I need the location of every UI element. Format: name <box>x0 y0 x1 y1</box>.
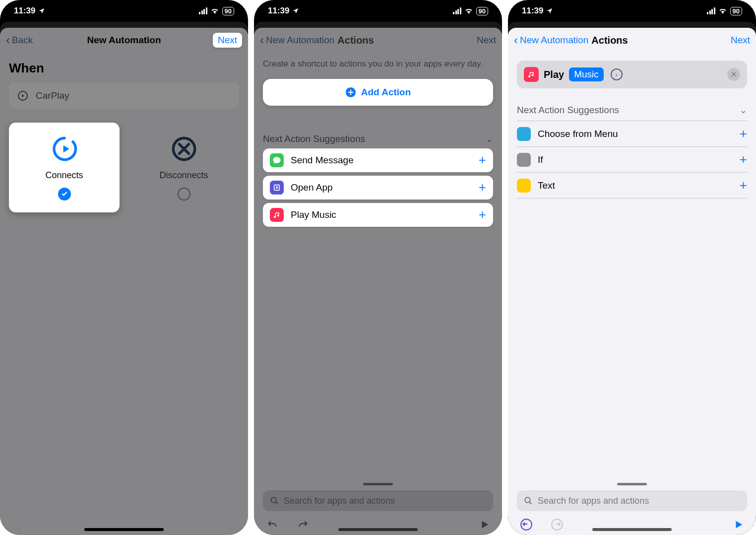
navbar: ‹ New Automation Actions Next <box>508 28 756 53</box>
redo-button[interactable] <box>551 518 564 531</box>
chevron-left-icon: ‹ <box>6 33 10 47</box>
chevron-left-icon: ‹ <box>260 33 264 47</box>
add-action-button[interactable]: Add Action <box>263 79 493 106</box>
undo-button[interactable] <box>266 518 279 531</box>
carplay-icon <box>17 90 29 102</box>
chevron-down-icon: ⌄ <box>486 134 493 144</box>
navbar: ‹ New Automation Actions Next <box>254 28 502 53</box>
back-button[interactable]: ‹ New Automation <box>514 33 588 47</box>
search-input[interactable]: Search for apps and actions <box>517 490 747 511</box>
status-time: 11:39 <box>522 6 543 16</box>
status-bar: 11:39 90 <box>0 0 248 22</box>
home-indicator <box>84 528 164 531</box>
suggestion-label: Play Music <box>291 209 336 220</box>
suggestions-heading: Next Action Suggestions <box>517 105 619 116</box>
search-icon <box>270 496 279 505</box>
suggestion-row[interactable]: Choose from Menu+ <box>517 121 747 147</box>
suggestion-label: If <box>538 154 543 165</box>
nav-title: Actions <box>337 35 374 46</box>
suggestions-header-row[interactable]: Next Action Suggestions ⌄ <box>517 99 747 121</box>
suggestion-app-icon <box>270 153 284 167</box>
location-arrow-icon <box>546 7 553 14</box>
option-disconnects[interactable]: Disconnects <box>128 123 239 212</box>
suggestions-heading: Next Action Suggestions <box>263 134 365 144</box>
action-play-music-card[interactable]: Play Music › ✕ <box>517 61 747 88</box>
music-app-icon <box>524 67 539 82</box>
radio-selected-icon <box>58 188 71 201</box>
trigger-label: CarPlay <box>36 90 69 101</box>
back-button[interactable]: ‹ New Automation <box>260 33 334 47</box>
radio-unselected-icon <box>178 188 190 201</box>
remove-action-icon[interactable]: ✕ <box>727 68 740 81</box>
description-text: Create a shortcut to actions you do in y… <box>263 59 493 70</box>
run-button[interactable] <box>733 519 744 530</box>
add-suggestion-icon[interactable]: + <box>479 207 486 222</box>
status-time: 11:39 <box>14 6 35 16</box>
phone-panel-1: 11:39 90 ‹ Back New Automation <box>0 0 248 535</box>
chevron-left-icon: ‹ <box>514 33 518 47</box>
home-indicator <box>338 528 418 531</box>
nav-title: New Automation <box>0 35 248 46</box>
carplay-disconnect-icon <box>170 134 198 163</box>
status-bar: 11:39 90 <box>254 0 502 22</box>
home-indicator <box>592 528 672 531</box>
status-time: 11:39 <box>268 6 289 16</box>
cellular-signal-icon <box>707 7 715 14</box>
run-button[interactable] <box>479 519 490 530</box>
action-verb: Play <box>544 69 564 80</box>
status-bar: 11:39 90 <box>508 0 756 22</box>
search-placeholder: Search for apps and actions <box>284 496 395 506</box>
cellular-signal-icon <box>453 7 461 14</box>
expand-parameters-icon[interactable]: › <box>611 68 623 80</box>
nav-title: Actions <box>591 35 628 46</box>
add-action-label: Add Action <box>361 87 411 98</box>
redo-button[interactable] <box>297 518 310 531</box>
add-suggestion-icon[interactable]: + <box>740 126 747 141</box>
suggestion-app-icon <box>270 208 284 222</box>
grabber-handle[interactable] <box>617 483 647 485</box>
action-parameter-token[interactable]: Music <box>569 67 604 81</box>
next-button[interactable]: Next <box>477 35 496 46</box>
option-disconnects-label: Disconnects <box>159 170 208 181</box>
suggestions-header-row[interactable]: Next Action Suggestions ⌄ <box>263 134 493 144</box>
suggestion-label: Text <box>538 180 555 191</box>
suggestion-label: Send Message <box>291 155 354 166</box>
phone-panel-3: 11:39 90 ‹ New Automation Actions Next <box>508 0 756 535</box>
back-button[interactable]: ‹ Back <box>6 33 33 47</box>
suggestion-row[interactable]: Text+ <box>517 173 747 199</box>
suggestion-app-icon <box>517 153 531 167</box>
cellular-signal-icon <box>199 7 207 14</box>
undo-button[interactable] <box>520 518 533 531</box>
navbar: ‹ Back New Automation Next <box>0 28 248 53</box>
next-button[interactable]: Next <box>731 35 750 46</box>
add-suggestion-icon[interactable]: + <box>740 178 747 193</box>
suggestion-row[interactable]: Open App+ <box>263 176 493 200</box>
location-arrow-icon <box>38 7 45 14</box>
trigger-carplay-card[interactable]: CarPlay <box>9 83 239 109</box>
add-suggestion-icon[interactable]: + <box>479 180 486 195</box>
suggestion-row[interactable]: Play Music+ <box>263 203 493 227</box>
add-suggestion-icon[interactable]: + <box>479 152 486 168</box>
battery-indicator: 90 <box>730 7 742 15</box>
next-button[interactable]: Next <box>213 33 242 48</box>
suggestion-label: Open App <box>291 182 333 193</box>
suggestion-app-icon <box>270 181 284 195</box>
location-arrow-icon <box>292 7 299 14</box>
option-connects[interactable]: Connects <box>9 123 120 212</box>
suggestion-row[interactable]: Send Message+ <box>263 148 493 172</box>
grabber-handle[interactable] <box>363 483 393 485</box>
suggestion-row[interactable]: If+ <box>517 147 747 173</box>
wifi-icon <box>718 7 727 14</box>
suggestion-label: Choose from Menu <box>538 129 618 139</box>
wifi-icon <box>210 7 219 14</box>
wifi-icon <box>464 7 473 14</box>
chevron-down-icon: ⌄ <box>740 105 747 116</box>
plus-circle-icon <box>345 87 356 98</box>
search-placeholder: Search for apps and actions <box>538 496 649 506</box>
search-input[interactable]: Search for apps and actions <box>263 490 493 511</box>
suggestion-app-icon <box>517 179 531 193</box>
battery-indicator: 90 <box>476 7 488 15</box>
carplay-connect-icon <box>50 134 79 163</box>
suggestion-app-icon <box>517 127 531 141</box>
add-suggestion-icon[interactable]: + <box>740 152 747 167</box>
